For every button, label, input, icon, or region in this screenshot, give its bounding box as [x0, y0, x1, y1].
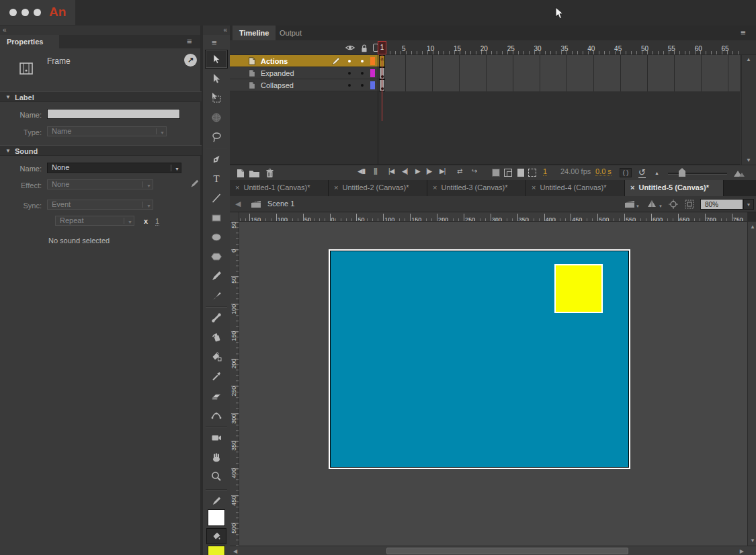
modify-markers-button[interactable]	[528, 169, 536, 177]
play-button[interactable]: ▶	[415, 167, 420, 175]
minimize-window-button[interactable]	[22, 9, 29, 16]
layer-visible-dot[interactable]	[348, 60, 351, 62]
fill-color-swatch[interactable]	[208, 546, 225, 555]
scene-name[interactable]: Scene 1	[267, 200, 294, 208]
text-tool[interactable]: T	[205, 169, 228, 188]
onion-marker-icon[interactable]: |||	[374, 167, 377, 175]
timeline-vertical-scrollbar[interactable]: ▲ ▼	[741, 55, 756, 165]
fill-color-button[interactable]	[206, 528, 226, 544]
pencil-tool[interactable]	[205, 267, 228, 286]
layer-color-swatch[interactable]	[370, 57, 375, 65]
frame-grid[interactable]	[379, 55, 740, 67]
label-name-input[interactable]	[47, 109, 180, 119]
layer-row-actions[interactable]: Actions a	[230, 55, 740, 67]
eyedropper-tool[interactable]	[205, 367, 228, 386]
edit-sound-pencil-icon[interactable]	[190, 179, 200, 189]
pen-tool[interactable]	[205, 150, 228, 169]
layer-color-swatch[interactable]	[370, 81, 375, 89]
step-back-button[interactable]: ◀|	[402, 167, 407, 175]
close-icon[interactable]: ×	[630, 183, 634, 191]
back-arrow-icon[interactable]: ◀	[235, 200, 241, 208]
canvas-vertical-scrollbar[interactable]: ▲ ▼	[747, 222, 756, 546]
bone-tool[interactable]	[205, 308, 228, 327]
doc-tab-untitled-3[interactable]: ×Untitled-3 (Canvas)*	[427, 180, 526, 196]
frame-rate-value[interactable]: 24.00 fps	[560, 167, 591, 175]
center-playhead-button[interactable]: ⇄	[457, 167, 462, 175]
edit-multiple-frames-button[interactable]	[517, 169, 524, 177]
center-stage-crosshair-icon[interactable]	[668, 199, 679, 210]
scroll-down-icon[interactable]: ▼	[746, 157, 751, 163]
current-frame-value[interactable]: 1	[543, 167, 547, 176]
timeline-zoom-slider-thumb[interactable]	[679, 168, 685, 177]
loop-button[interactable]: ↪	[472, 167, 476, 175]
scroll-down-icon[interactable]: ▼	[750, 538, 755, 544]
free-transform-tool[interactable]	[205, 89, 228, 108]
timeline-zoom-slider[interactable]	[668, 173, 727, 174]
layer-row-expanded[interactable]: Expanded	[230, 67, 740, 79]
new-folder-button[interactable]	[249, 169, 260, 178]
onion-skin-button[interactable]	[492, 169, 500, 177]
frame-grid[interactable]	[379, 79, 740, 91]
paint-bucket-tool[interactable]	[205, 347, 228, 366]
step-forward-button[interactable]: |▶	[426, 167, 431, 175]
playhead-head[interactable]: 1	[378, 41, 386, 54]
clip-content-icon[interactable]	[684, 199, 695, 210]
pasteboard[interactable]	[239, 222, 747, 546]
scroll-up-icon[interactable]: ▲	[746, 56, 751, 62]
camera-tool[interactable]	[205, 428, 228, 447]
loop-playback-icon[interactable]: ↺	[638, 167, 646, 178]
layer-lock-dot[interactable]	[361, 84, 364, 87]
go-to-first-frame-button[interactable]: |◀	[388, 167, 394, 175]
new-layer-button[interactable]	[235, 168, 246, 179]
layer-color-swatch[interactable]	[370, 69, 375, 77]
layer-lock-dot[interactable]	[361, 60, 364, 62]
zoom-dropdown-button[interactable]: ▼	[743, 199, 754, 210]
help-arrow-button[interactable]: ↗	[184, 54, 197, 67]
edit-scene-icon[interactable]	[624, 199, 636, 209]
go-to-last-frame-button[interactable]: ▶|	[439, 167, 445, 175]
tools-menu-icon[interactable]: ≡	[212, 38, 217, 48]
doc-tab-untitled-1[interactable]: ×Untitled-1 (Canvas)*	[230, 180, 329, 196]
frame-ruler[interactable]: 15101520253035404550556065	[364, 42, 740, 51]
section-collapse-icon[interactable]: ▼	[5, 148, 11, 154]
zoom-level-select[interactable]: 80%	[700, 199, 743, 210]
rectangle-tool[interactable]	[205, 208, 228, 227]
chevron-down-icon[interactable]: ▼	[659, 204, 663, 208]
collapse-panel-icon[interactable]: «	[3, 26, 7, 34]
playhead-line[interactable]	[382, 55, 382, 121]
zoom-tool[interactable]	[205, 467, 228, 486]
canvas-horizontal-scrollbar[interactable]: ◀ ▶	[230, 546, 756, 555]
scroll-up-icon[interactable]: ▲	[750, 224, 755, 230]
tab-timeline[interactable]: Timeline	[233, 26, 276, 40]
selection-tool[interactable]	[205, 50, 228, 69]
scroll-left-icon[interactable]: ◀	[233, 548, 237, 554]
doc-tab-untitled-2[interactable]: ×Untitled-2 (Canvas)*	[329, 180, 427, 196]
section-collapse-icon[interactable]: ▼	[5, 94, 11, 100]
brush-tool[interactable]	[205, 286, 228, 305]
doc-tab-untitled-5[interactable]: ×Untitled-5 (Canvas)*	[625, 180, 724, 196]
hand-tool[interactable]	[205, 447, 228, 466]
eraser-tool[interactable]	[205, 386, 228, 405]
stroke-color-swatch[interactable]	[208, 509, 225, 526]
tab-output[interactable]: Output	[273, 26, 308, 40]
scroll-right-icon[interactable]: ▶	[740, 548, 744, 554]
close-icon[interactable]: ×	[433, 183, 437, 191]
subselection-tool[interactable]	[205, 69, 228, 88]
oval-tool[interactable]	[205, 228, 228, 247]
tab-properties[interactable]: Properties	[0, 35, 59, 48]
width-tool[interactable]	[205, 406, 228, 425]
visibility-eye-icon[interactable]	[345, 43, 355, 52]
close-icon[interactable]: ×	[235, 183, 239, 191]
close-icon[interactable]: ×	[334, 183, 338, 191]
panel-menu-icon[interactable]: ≡	[187, 36, 192, 46]
timeline-empty-area[interactable]	[230, 91, 740, 165]
close-window-button[interactable]	[9, 9, 17, 16]
chevron-down-icon[interactable]: ▼	[636, 204, 640, 208]
sound-section-header[interactable]: ▼ Sound	[0, 145, 202, 156]
horizontal-scroll-thumb[interactable]	[386, 548, 628, 554]
onion-skin-outlines-button[interactable]	[504, 169, 512, 177]
frame-grid[interactable]	[379, 67, 740, 79]
doc-tab-untitled-4[interactable]: ×Untitled-4 (Canvas)*	[526, 180, 625, 196]
paragraph-toggle-button[interactable]: ( )	[620, 168, 632, 177]
3d-rotation-tool[interactable]	[205, 108, 228, 127]
